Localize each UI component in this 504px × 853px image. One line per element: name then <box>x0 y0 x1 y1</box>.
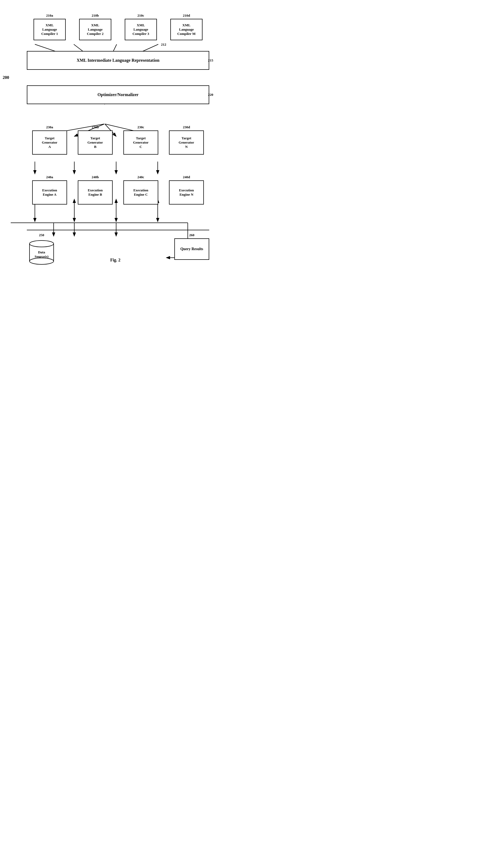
ee-box-a: ExecutionEngine A <box>32 180 67 205</box>
xml-ilr-text: XML Intermediate Language Representation <box>77 58 160 63</box>
fig-label: Fig. 2 <box>110 258 121 262</box>
execution-engines-section: 240a 240b 240c 240d ExecutionEngine A Ex… <box>21 175 215 205</box>
svg-text:Data: Data <box>38 250 45 254</box>
tg-box-a: TargetGeneratorA <box>32 130 67 155</box>
compiler-box-2: XMLLanguageCompiler 2 <box>79 19 111 40</box>
ee-label-c: 240c <box>123 175 158 179</box>
ee-box-c: ExecutionEngine C <box>123 180 158 205</box>
ee-box-b: ExecutionEngine B <box>78 180 113 205</box>
xml-ilr-box: XML Intermediate Language Representation <box>27 51 209 70</box>
svg-point-5 <box>30 241 54 247</box>
svg-point-6 <box>30 258 54 264</box>
target-generators-section: 230a 230b 230c 230d TargetGeneratorA Tar… <box>21 125 215 155</box>
svg-text:Source(s): Source(s) <box>35 255 49 259</box>
optimizer-text: Optimizer/Normalizer <box>97 92 139 97</box>
compiler-label-1: 210a <box>34 13 66 18</box>
optimizer-label: 220 <box>208 92 215 97</box>
ee-label-n: 240d <box>169 175 204 179</box>
tg-label-a: 230a <box>32 125 67 129</box>
ee-label-a: 240a <box>32 175 67 179</box>
query-results-wrapper: 260 Query Results <box>174 233 209 260</box>
xml-ilr-label: 215 <box>208 58 215 63</box>
diagram-container: 200 210a 210b 210c 210d XMLLanguageCompi… <box>0 0 225 276</box>
convergence-label: 212 <box>21 42 215 47</box>
bottom-section: 250 Data Source(s) Fig. 2 260 Query Resu… <box>21 230 215 265</box>
tg-label-n: 230d <box>169 125 204 129</box>
ee-box-n: ExecutionEngine N <box>169 180 204 205</box>
data-source-label: 250 <box>39 233 44 237</box>
compiler-box-1: XMLLanguageCompiler 1 <box>34 19 66 40</box>
tg-label-b: 230b <box>78 125 113 129</box>
data-source-cylinder: Data Source(s) <box>27 238 56 265</box>
compilers-section: 210a 210b 210c 210d XMLLanguageCompiler … <box>21 13 215 40</box>
compiler-labels-row: 210a 210b 210c 210d <box>21 13 215 18</box>
tg-labels-row: 230a 230b 230c 230d <box>21 125 215 129</box>
compiler-label-2: 210b <box>79 13 111 18</box>
compiler-box-3: XMLLanguageCompiler 3 <box>125 19 157 40</box>
compiler-box-m: XMLLanguageCompiler M <box>170 19 202 40</box>
tg-box-n: TargetGeneratorN <box>169 130 204 155</box>
query-results-text: Query Results <box>180 247 203 251</box>
query-results-box: Query Results <box>174 238 209 260</box>
tg-boxes-row: TargetGeneratorA TargetGeneratorB Target… <box>21 130 215 155</box>
diagram-label-200: 200 <box>3 75 9 80</box>
compiler-label-m: 210d <box>170 13 202 18</box>
tg-box-c: TargetGeneratorC <box>123 130 158 155</box>
optimizer-box: Optimizer/Normalizer <box>27 85 209 104</box>
ee-label-b: 240b <box>78 175 113 179</box>
optimizer-section: Optimizer/Normalizer 220 <box>21 85 215 104</box>
compiler-boxes-row: XMLLanguageCompiler 1 XMLLanguageCompile… <box>21 19 215 40</box>
data-source-wrapper: 250 Data Source(s) <box>27 233 56 265</box>
query-results-label: 260 <box>189 233 195 237</box>
xml-ilr-section: XML Intermediate Language Representation… <box>21 51 215 70</box>
tg-label-c: 230c <box>123 125 158 129</box>
ee-labels-row: 240a 240b 240c 240d <box>21 175 215 179</box>
tg-box-b: TargetGeneratorB <box>78 130 113 155</box>
ee-boxes-row: ExecutionEngine A ExecutionEngine B Exec… <box>21 180 215 205</box>
compiler-label-3: 210c <box>125 13 157 18</box>
